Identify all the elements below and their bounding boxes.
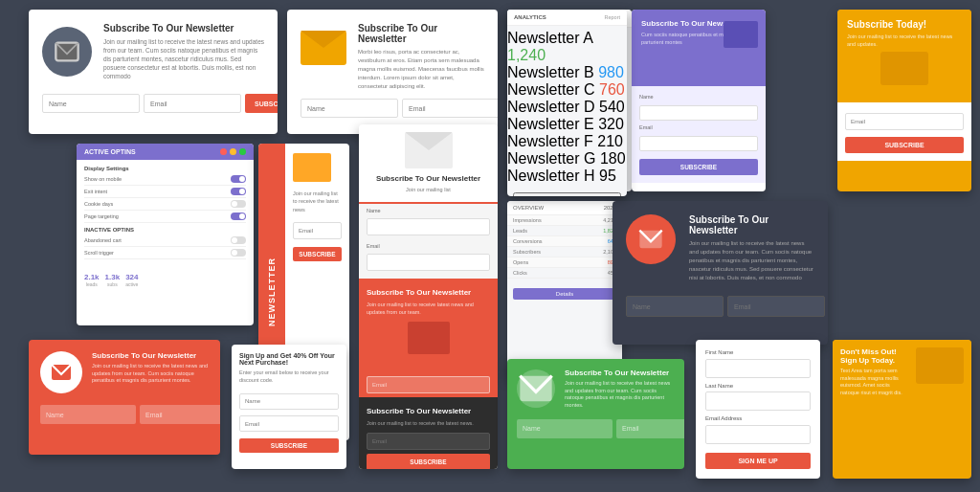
c6-email-input[interactable] [367, 254, 490, 271]
c10-monitor-shape [880, 52, 928, 85]
c14-lastname-input[interactable] [705, 391, 811, 411]
tbl8-cell-5: Opens [513, 259, 528, 265]
c6-orange-envelope [408, 322, 450, 354]
card5-name-input[interactable] [639, 105, 758, 121]
c14-content: First Name Last Name Email Address SIGN … [696, 340, 820, 479]
footer-stat-2: 1.3k subs [105, 273, 121, 287]
c6-orange-section: Subscribe To Our Newsletter Join our mai… [359, 279, 498, 370]
c9-title: Subscribe To Our Newsletter [689, 214, 814, 235]
c12-content: Sign Up and Get 40% Off Your Next Purcha… [232, 345, 346, 460]
c12-email-input[interactable] [239, 415, 339, 432]
toggle-page[interactable] [231, 212, 246, 220]
settings-header-title: ACTIVE OPTINS [84, 148, 136, 155]
tbl8-button[interactable]: Details [513, 288, 616, 300]
c15-content: Don't Miss Out! Sign Up Today. Text Area… [833, 340, 971, 405]
tbl-row-2: Newsletter B 980 [507, 64, 627, 81]
tbl-cell-name-8: Newsletter H [507, 168, 595, 184]
card2-name-input[interactable] [301, 99, 398, 118]
c12-title: Sign Up and Get 40% Off Your Next Purcha… [239, 352, 339, 366]
settings-optin-card: ACTIVE OPTINS Display Settings Show on m… [77, 144, 254, 325]
card1-title: Subscribe To Our Newsletter [103, 23, 264, 34]
card2-email-input[interactable] [402, 99, 498, 118]
c11-footer: SUBSCRIBE [29, 405, 220, 434]
c6-orange-email-input[interactable] [367, 376, 490, 393]
newsletter-card-tall-multisection: Subscribe To Our Newsletter Join our mai… [359, 124, 498, 469]
c13-name-input[interactable] [517, 419, 612, 438]
tbl-cell-val-2: 980 [598, 64, 624, 80]
setting-label-4: Page targeting [84, 213, 119, 219]
setting-label-2: Exit intent [84, 189, 107, 194]
c9-name-input[interactable] [626, 296, 724, 317]
data-table-card-top: ANALYTICS Report Newsletter A 1,240 News… [507, 10, 627, 196]
c11-body: Join our mailing list to receive the lat… [92, 363, 209, 385]
c13-email-input[interactable] [616, 419, 684, 438]
c9-email-input[interactable] [727, 296, 825, 317]
section-display-title: Display Settings [84, 166, 246, 171]
c12-body: Enter your email below to receive your d… [239, 369, 339, 384]
c11-email-input[interactable] [140, 405, 220, 424]
dont-miss-out-card: Don't Miss Out! Sign Up Today. Text Area… [833, 340, 971, 479]
inactive-row-1: Abandoned cart [84, 235, 246, 247]
c10-email-input[interactable] [845, 113, 964, 130]
tbl-row-4: Newsletter D 540 [507, 99, 627, 116]
toggle-exit[interactable] [231, 188, 246, 195]
c6-dark-subscribe-button[interactable]: SUBSCRIBE [367, 454, 490, 469]
card1-body: Join our mailing list to receive the lat… [103, 37, 264, 80]
toggle-cookie[interactable] [231, 200, 246, 208]
card5-subscribe-button[interactable]: SUBSCRIBE [639, 159, 758, 175]
c6-dark-email-input[interactable] [367, 433, 490, 450]
card7-subscribe-button[interactable]: SUBSCRIBE [293, 247, 342, 261]
c14-firstname-field: First Name [705, 349, 811, 378]
envelope-icon [42, 27, 92, 77]
tbl-row-1: Newsletter A 1,240 [507, 30, 627, 64]
tbl-cell-name-6: Newsletter F [507, 133, 593, 149]
tbl-cell-name-3: Newsletter C [507, 81, 595, 98]
tbl8-title: OVERVIEW [513, 205, 544, 211]
card5-email-input[interactable] [639, 136, 758, 151]
c6-dark-section: Subscribe To Our Newsletter Join our mai… [359, 397, 498, 469]
card1-subscribe-button[interactable]: SUBSCRIBE [245, 94, 278, 113]
card1-name-input[interactable] [42, 94, 140, 113]
toggle-mobile[interactable] [231, 175, 246, 183]
c10-body: Join our mailing list to receive the lat… [847, 34, 962, 48]
c9-content: Subscribe To Our Newsletter Join our mai… [612, 201, 828, 296]
tbl8-body: Impressions 4,210 Leads 1,820 Conversion… [507, 215, 622, 279]
c10-bottom-section: SUBSCRIBE [837, 102, 971, 161]
card1-email-input[interactable] [144, 94, 241, 113]
c6-title: Subscribe To Our Newsletter [367, 174, 490, 183]
card2-title: Subscribe To Our Newsletter [358, 23, 484, 44]
toggle-scroll[interactable] [231, 249, 246, 257]
c6-name-label: Name [367, 208, 490, 213]
c9-text-block: Subscribe To Our Newsletter Join our mai… [689, 214, 814, 282]
signup-form-card: First Name Last Name Email Address SIGN … [696, 340, 820, 479]
c6-orange-field [359, 369, 498, 397]
c6-name-input[interactable] [367, 218, 490, 235]
c12-subscribe-button[interactable]: SUBSCRIBE [239, 438, 339, 453]
tbl8-cell-6: Clicks [513, 270, 527, 276]
c14-email-input[interactable] [705, 425, 811, 444]
tbl8-row-4: Subscribers 2,100 [507, 247, 622, 257]
tbl-view-button[interactable]: View All [513, 192, 621, 196]
c10-subscribe-button[interactable]: SUBSCRIBE [845, 137, 964, 153]
tbl-cell-val-1: 1,240 [507, 47, 546, 63]
settings-header: ACTIVE OPTINS [77, 144, 254, 160]
c6-orange-body: Join our mailing list to receive latest … [367, 301, 490, 317]
newsletter-card-envelope-top: Subscribe To Our Newsletter Morbi leo ri… [287, 10, 498, 134]
footer-val-1: 2.1k [84, 273, 100, 281]
c13-content: Subscribe To Our Newsletter Join our mai… [507, 359, 684, 419]
card7-email-input[interactable] [293, 222, 342, 239]
c14-firstname-input[interactable] [705, 359, 811, 378]
tbl-cell-val-3: 760 [599, 81, 625, 98]
settings-body: Display Settings Show on mobile Exit int… [77, 160, 254, 269]
c11-name-input[interactable] [40, 405, 136, 424]
c14-lastname-field: Last Name [705, 383, 811, 412]
c9-body: Join our mailing list to receive the lat… [689, 239, 814, 282]
toggle-cart[interactable] [231, 236, 246, 244]
ribbon-text: NEWSLETTER [267, 257, 277, 326]
newsletter-card-yellow-subscribe-today: Subscribe Today! Join our mailing list t… [837, 10, 971, 191]
c9-footer: SUBSCRIBE [612, 296, 828, 328]
tbl-row-5: Newsletter E 320 [507, 116, 627, 133]
signup-discount-card: Sign Up and Get 40% Off Your Next Purcha… [232, 345, 346, 469]
c14-signup-button[interactable]: SIGN ME UP [705, 453, 811, 469]
c12-name-input[interactable] [239, 393, 339, 410]
